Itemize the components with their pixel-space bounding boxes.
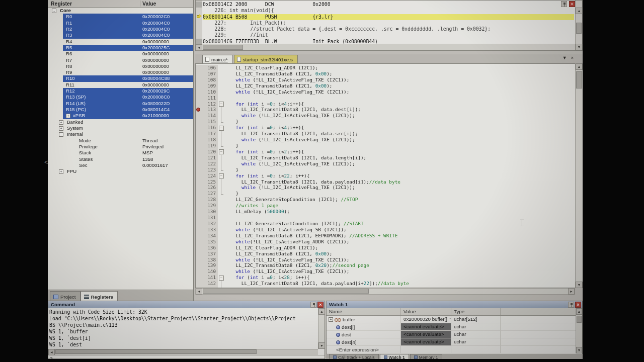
- scroll-up-icon[interactable]: ▲: [576, 63, 583, 70]
- scroll-thumb[interactable]: [576, 71, 582, 88]
- scroll-thumb[interactable]: [203, 289, 369, 294]
- code-line[interactable]: 133 while (!LL_I2C_IsActiveFlag_SB (I2C1…: [196, 227, 575, 233]
- pin-icon[interactable]: [310, 302, 316, 308]
- scroll-thumb[interactable]: [577, 316, 582, 323]
- horizontal-splitter[interactable]: [195, 51, 583, 54]
- code-line[interactable]: 136 LL_I2C_ClearFlag_ADDR (I2C1);: [196, 245, 575, 251]
- expand-icon[interactable]: +: [59, 120, 63, 125]
- scroll-down-icon[interactable]: ▼: [318, 342, 325, 349]
- scroll-down-icon[interactable]: ▼: [576, 282, 583, 288]
- register-property-row[interactable]: Sec0.00001617: [48, 162, 193, 168]
- breakpoint-gutter[interactable]: [196, 197, 201, 203]
- watch-type-cell[interactable]: uchar: [451, 323, 501, 331]
- watch-vscrollbar[interactable]: ▲ ▼: [576, 308, 582, 353]
- register-row[interactable]: R50x2000025C: [48, 45, 193, 51]
- watch-name-cell[interactable]: dest: [327, 331, 401, 338]
- code-line[interactable]: 119 }: [196, 143, 575, 149]
- breakpoint-gutter[interactable]: [196, 95, 201, 101]
- register-row[interactable]: R60x00000000: [48, 51, 193, 57]
- disassembly-line[interactable]: 0x080014C2 2000 DCW 0x2000: [203, 2, 574, 8]
- watch-window-titlebar[interactable]: Watch 1 ×: [327, 301, 582, 308]
- breakpoint-gutter[interactable]: [196, 83, 201, 89]
- breakpoint-gutter[interactable]: [196, 137, 201, 143]
- disassembly-line[interactable]: 0x080014C4 B508 PUSH {r3,lr}: [203, 14, 574, 20]
- scroll-up-icon[interactable]: ▲: [318, 308, 325, 315]
- breakpoint-gutter[interactable]: [196, 215, 201, 221]
- type-column-header[interactable]: Type: [451, 308, 501, 315]
- register-row[interactable]: R90x00000000: [48, 69, 193, 75]
- tree-group-row[interactable]: +Banked: [48, 119, 193, 125]
- register-row[interactable]: R80x00000000: [48, 63, 193, 69]
- register-row[interactable]: R120x2000029C: [48, 88, 193, 94]
- tab-call-stack-locals[interactable]: Call Stack + Locals: [329, 354, 379, 359]
- code-editor[interactable]: 106 LL_I2C_ClearFlag_ADDR (I2C1);107 LL_…: [195, 63, 583, 288]
- tab-watch-1[interactable]: Watch 1: [380, 354, 409, 359]
- scroll-thumb[interactable]: [576, 23, 582, 34]
- tab-list-dropdown-icon[interactable]: ▼: [562, 55, 567, 60]
- pin-icon[interactable]: [561, 1, 567, 7]
- expand-icon[interactable]: +: [66, 114, 70, 118]
- value-column-header[interactable]: Value: [401, 308, 451, 315]
- register-row[interactable]: R110x00000000: [48, 82, 193, 88]
- register-property-row[interactable]: PrivilegePrivileged: [48, 144, 193, 150]
- disassembly-hscrollbar[interactable]: ◄: [196, 44, 575, 50]
- breakpoint-gutter[interactable]: [196, 257, 201, 263]
- code-line[interactable]: 121 LL_I2C_TransmitData8 (I2C1, data.len…: [196, 155, 575, 161]
- expand-icon[interactable]: +: [59, 169, 63, 174]
- breakpoint-gutter[interactable]: [196, 233, 201, 239]
- scroll-down-icon[interactable]: ▼: [576, 347, 582, 353]
- breakpoint-gutter[interactable]: [196, 119, 201, 125]
- fold-collapse-icon[interactable]: [218, 149, 224, 155]
- command-input[interactable]: >: [48, 355, 325, 358]
- close-icon[interactable]: ×: [317, 302, 324, 308]
- watch-name-cell[interactable]: <Enter expression>: [327, 346, 401, 353]
- code-line[interactable]: 142 LL_I2C_TransmitData8 (I2C1, data.pay…: [196, 281, 575, 287]
- breakpoint-gutter[interactable]: [196, 191, 201, 197]
- breakpoint-gutter[interactable]: [196, 113, 201, 119]
- code-line[interactable]: 111: [196, 95, 575, 101]
- code-line[interactable]: 109 LL_I2C_TransmitData8 (I2C1, 0x00);: [196, 83, 575, 89]
- scroll-down-icon[interactable]: ▼: [576, 44, 583, 50]
- code-line[interactable]: 126 while (!LL_I2C_IsActiveFlag_TXE (I2C…: [196, 185, 575, 191]
- register-property-row[interactable]: States1358: [48, 156, 193, 162]
- code-line[interactable]: 113 LL_I2C_TransmitData8 (I2C1, data.des…: [196, 107, 575, 113]
- code-line[interactable]: 128 LL_I2C_GenerateStopCondition (I2C1);…: [196, 197, 575, 203]
- code-line[interactable]: 135 while(!LL_I2C_IsActiveFlag_ADDR (I2C…: [196, 239, 575, 245]
- register-property-row[interactable]: StackMSP: [48, 150, 193, 156]
- close-document-icon[interactable]: ×: [571, 55, 574, 60]
- disassembly-gutter[interactable]: [196, 1, 202, 43]
- breakpoint-gutter[interactable]: [196, 185, 201, 191]
- fold-collapse-icon[interactable]: [218, 173, 224, 179]
- fold-collapse-icon[interactable]: [218, 275, 224, 281]
- breakpoint-gutter[interactable]: [196, 131, 201, 137]
- scroll-thumb[interactable]: [203, 45, 243, 50]
- scroll-thumb[interactable]: [55, 349, 257, 354]
- expand-icon[interactable]: +: [329, 317, 333, 322]
- code-line[interactable]: 120 for (int i =0; i<2;i++){: [196, 149, 575, 155]
- code-line[interactable]: 138 while (!LL_I2C_IsActiveFlag_TXE (I2C…: [196, 257, 575, 263]
- tab-project[interactable]: Project: [50, 291, 80, 301]
- breakpoint-gutter[interactable]: [196, 221, 201, 227]
- editor-vscrollbar[interactable]: ▲ ▼: [575, 63, 583, 288]
- code-line[interactable]: 106 LL_I2C_ClearFlag_ADDR (I2C1);: [196, 65, 575, 71]
- code-line[interactable]: 125 LL_I2C_TransmitData8 (I2C1, data.pay…: [196, 179, 575, 185]
- command-vscrollbar[interactable]: ▲ ▼: [318, 308, 325, 349]
- code-line[interactable]: 134 LL_I2C_TransmitData8 (I2C1, EEPROMAD…: [196, 233, 575, 239]
- register-row[interactable]: R14 (LR)0x0800022D: [48, 101, 193, 107]
- scroll-up-icon[interactable]: ▲: [576, 308, 582, 315]
- code-line[interactable]: 129 //writes 1 page: [196, 203, 575, 209]
- scroll-left-icon[interactable]: ◄: [196, 288, 202, 295]
- watch-row[interactable]: <Enter expression>: [327, 346, 576, 353]
- code-line[interactable]: 122 while (!LL_I2C_IsActiveFlag_TXE (I2C…: [196, 161, 575, 167]
- watch-row[interactable]: dest[i]<cannot evaluate>uchar: [327, 323, 576, 331]
- watch-type-cell[interactable]: uchar: [451, 331, 501, 338]
- fold-collapse-icon[interactable]: [218, 125, 224, 131]
- breakpoint-gutter[interactable]: [196, 203, 201, 209]
- register-row[interactable]: R15 (PC)0x080014C4: [48, 107, 193, 113]
- tab-registers[interactable]: Registers: [80, 291, 118, 301]
- code-line[interactable]: 124 for (int i =0; i<22; i++){: [196, 173, 575, 179]
- breakpoint-gutter[interactable]: [196, 179, 201, 185]
- code-line[interactable]: 115 }: [196, 119, 575, 125]
- register-row[interactable]: R00x200002C0: [48, 14, 193, 20]
- collapse-icon[interactable]: -: [52, 9, 56, 13]
